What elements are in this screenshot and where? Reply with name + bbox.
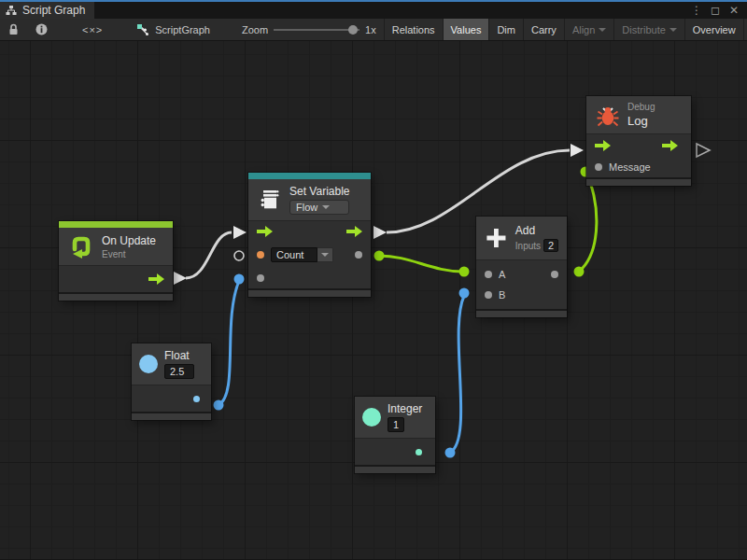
node-footer: [355, 465, 435, 473]
node-title: Integer: [388, 402, 422, 415]
graph-canvas[interactable]: On Update Event Set Variable: [0, 41, 747, 559]
variable-name-input[interactable]: Count: [271, 247, 317, 262]
result-out-port[interactable]: [551, 271, 558, 278]
zoom-slider-handle[interactable]: [348, 25, 358, 35]
port-row: Message: [586, 157, 691, 177]
close-button[interactable]: ✕: [726, 3, 741, 18]
wire-flow-onupdate-setvariable: [186, 232, 232, 278]
flow-out-port[interactable]: [346, 226, 362, 237]
caret-down-icon: [321, 253, 329, 257]
carry-button[interactable]: Carry: [523, 19, 564, 40]
values-button[interactable]: Values: [443, 19, 489, 40]
value-endpoint-add-a-in[interactable]: [459, 267, 470, 277]
zoom-value: 1x: [365, 24, 376, 35]
variable-name-port[interactable]: [257, 251, 264, 259]
flow-out-connector-debuglog-unconnected[interactable]: [697, 144, 710, 157]
value-endpoint-add-b-in[interactable]: [459, 288, 470, 299]
overview-label: Overview: [693, 24, 736, 35]
flow-out-connector-setvariable[interactable]: [374, 226, 387, 239]
port-row: B: [476, 285, 567, 305]
wire-value-add-debuglog-message: [579, 173, 597, 272]
info-button[interactable]: [27, 19, 56, 40]
integer-value-input[interactable]: 1: [388, 417, 404, 432]
tab-title: Script Graph: [22, 4, 85, 17]
caret-down-icon: [669, 28, 677, 32]
window-menu-button[interactable]: ⋮: [689, 3, 704, 18]
value-endpoint-integer-out[interactable]: [445, 448, 456, 458]
variable-name-field-group: Count: [271, 247, 333, 262]
node-integer[interactable]: Integer 1: [355, 397, 435, 473]
window-controls: ⋮ ◻ ✕: [689, 2, 747, 19]
distribute-button[interactable]: Distribute: [613, 19, 684, 40]
relations-button[interactable]: Relations: [384, 19, 443, 40]
full-screen-button[interactable]: Full Screen: [743, 19, 747, 40]
port-row: [248, 268, 371, 288]
inputs-count-input[interactable]: 2: [543, 239, 558, 252]
node-header: On Update Event: [59, 228, 173, 266]
node-title: On Update: [102, 234, 156, 247]
variable-name-dropdown[interactable]: [317, 247, 333, 262]
graph-hierarchy-icon: [6, 5, 17, 16]
node-set-variable[interactable]: Set Variable Flow Count: [248, 173, 371, 297]
value-endpoint-float-out[interactable]: [214, 400, 224, 411]
window-title-bar: Script Graph ⋮ ◻ ✕: [0, 0, 747, 19]
node-add[interactable]: Add Inputs 2 A B: [476, 217, 567, 317]
inputs-row: Inputs 2: [515, 239, 558, 252]
float-type-icon: [139, 355, 158, 373]
node-footer: [586, 177, 691, 186]
flow-out-connector-onupdate[interactable]: [174, 272, 187, 285]
float-value-input[interactable]: 2.5: [164, 364, 194, 379]
node-on-update[interactable]: On Update Event: [59, 221, 173, 301]
flow-in-connector-debuglog[interactable]: [571, 144, 584, 157]
zoom-slider-track[interactable]: [274, 29, 359, 31]
dim-label: Dim: [497, 24, 515, 35]
distribute-label: Distribute: [622, 24, 665, 35]
node-subtitle: Event: [102, 249, 156, 259]
value-connector-setvariable-name-unconnected[interactable]: [234, 251, 244, 260]
lock-button[interactable]: [0, 19, 27, 40]
inputs-label: Inputs: [515, 241, 541, 251]
float-out-port[interactable]: [193, 396, 200, 402]
input-a-port[interactable]: [485, 271, 492, 278]
value-in-port[interactable]: [257, 274, 264, 282]
caret-down-icon: [322, 205, 330, 209]
dim-button[interactable]: Dim: [488, 19, 523, 40]
caret-down-icon: [599, 28, 606, 32]
maximize-button[interactable]: ◻: [708, 3, 723, 18]
align-button[interactable]: Align: [564, 19, 613, 40]
value-endpoint-setvariable-value-in[interactable]: [234, 274, 245, 285]
flow-out-port[interactable]: [662, 140, 678, 151]
node-float[interactable]: Float 2.5: [132, 343, 211, 420]
message-label: Message: [609, 161, 651, 173]
flow-in-port[interactable]: [595, 140, 611, 151]
node-header: Add Inputs 2: [476, 217, 567, 260]
node-header: Integer 1: [355, 397, 435, 439]
code-view-button[interactable]: <×>: [56, 19, 129, 40]
zoom-slider[interactable]: [274, 24, 359, 35]
node-debug-log[interactable]: Debug Log Message: [586, 96, 691, 186]
tab-script-graph[interactable]: Script Graph: [0, 2, 94, 19]
flow-in-connector-setvariable[interactable]: [233, 226, 247, 239]
integer-out-port[interactable]: [416, 449, 422, 455]
zoom-control: Zoom 1x: [234, 19, 384, 40]
input-a-label: A: [499, 269, 505, 280]
port-row: [586, 134, 691, 157]
port-row: A: [476, 264, 567, 285]
value-out-port[interactable]: [355, 251, 362, 259]
flow-out-port[interactable]: [148, 273, 164, 285]
value-endpoint-setvariable-out[interactable]: [374, 251, 385, 261]
port-row: [59, 266, 173, 292]
message-in-port[interactable]: [595, 163, 602, 171]
overview-button[interactable]: Overview: [684, 19, 743, 40]
node-title: Add: [515, 224, 558, 237]
node-footer: [132, 412, 211, 420]
script-graph-icon: [136, 23, 149, 36]
input-b-port[interactable]: [485, 291, 492, 299]
value-endpoint-add-out[interactable]: [574, 267, 585, 277]
port-row: Count: [248, 242, 371, 268]
variable-scope-dropdown[interactable]: Flow: [289, 200, 349, 215]
graph-breadcrumb[interactable]: ScriptGraph: [129, 19, 218, 40]
bug-icon: [596, 103, 620, 127]
flow-in-port[interactable]: [257, 226, 273, 237]
wire-value-integer-add-b: [450, 296, 464, 453]
